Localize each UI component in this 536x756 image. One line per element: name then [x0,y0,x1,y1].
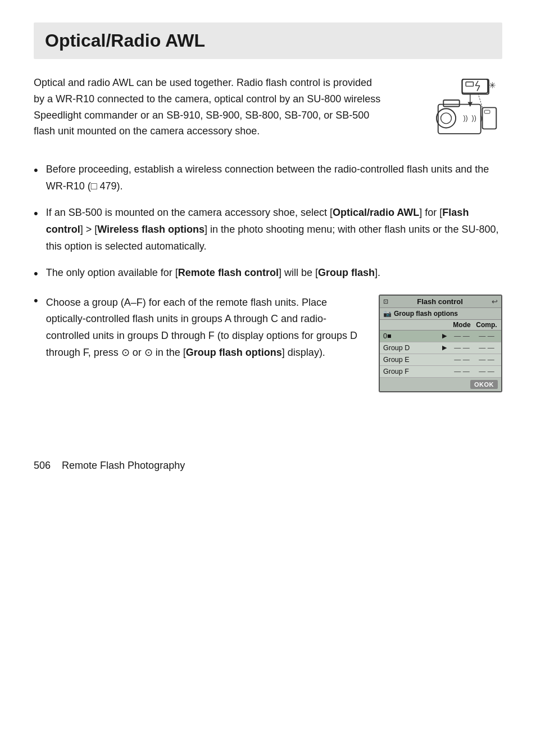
row-0-mode: — — [448,332,475,340]
svg-text:)): )) [463,114,467,122]
row-0-label: 0■ [383,332,440,340]
camera-screen-header: ⊡ Flash control ↩ [380,296,501,308]
svg-line-2 [475,81,478,86]
col-label-spacer [393,321,448,329]
ok-button: OKOK [470,380,498,389]
camera-screen-subheader: 📷 Group flash options [380,308,501,320]
last-bullet-content: Choose a group (A–F) for each of the rem… [46,295,502,392]
page-title: Optical/Radio AWL [34,22,502,59]
bullet-3-content: The only option available for [Remote fl… [46,265,502,282]
back-icon: ↩ [492,297,498,306]
svg-rect-14 [484,110,490,114]
row-groupd-label: Group D [383,344,440,352]
col-mode-header: Mode [448,321,475,329]
row-groupf-mode: — — [448,368,475,375]
bullet-item-2: If an SB-500 is mounted on the camera ac… [34,205,502,255]
svg-point-8 [441,113,452,124]
flash-icon: ⊡ [383,298,388,305]
svg-rect-0 [462,79,489,94]
screen-footer: OKOK [380,378,501,391]
row-groupd-arrow: ▶ [440,344,448,351]
page-footer: 506 Remote Flash Photography [34,460,502,472]
intro-section: Optical and radio AWL can be used togeth… [34,75,502,148]
svg-point-7 [437,108,456,128]
svg-text:)): )) [472,114,476,122]
screen-row-groupe: Group E — — — — [380,354,501,366]
last-bullet-text: Choose a group (A–F) for each of the rem… [46,295,365,361]
svg-rect-1 [466,82,473,87]
row-groupe-label: Group E [383,356,440,364]
row-groupd-mode: — — [448,344,475,352]
row-groupf-label: Group F [383,368,440,375]
svg-rect-9 [443,100,460,106]
bullet-item-1: Before proceeding, establish a wireless … [34,161,502,194]
bullet-list: Before proceeding, establish a wireless … [34,161,502,284]
screen-row-groupf: Group F — — — — [380,366,501,378]
footer-section: Remote Flash Photography [62,460,185,472]
row-groupe-mode: — — [448,356,475,364]
bold-group-flash-options: Group flash options [186,347,282,358]
svg-text:✳: ✳ [489,80,496,90]
row-groupe-comp: — — [475,356,498,364]
row-groupd-comp: — — [475,344,498,352]
screen-sub-title: Group flash options [394,310,458,318]
intro-text: Optical and radio AWL can be used togeth… [34,75,384,139]
bold-wireless-flash-options: Wireless flash options [97,224,205,235]
screen-row-groupd: Group D ▶ — — — — [380,342,501,354]
bullet-item-3: The only option available for [Remote fl… [34,265,502,284]
or-text: or [133,347,142,358]
svg-line-4 [477,85,480,91]
col-comp-header: Comp. [475,321,498,329]
bullet-2-content: If an SB-500 is mounted on the camera ac… [46,205,502,255]
col-arrow-spacer [383,321,393,329]
camera-screen: ⊡ Flash control ↩ 📷 Group flash options … [379,295,502,392]
row-0-arrow: ▶ [440,332,448,339]
screen-columns: Mode Comp. [380,320,501,331]
last-bullet-row: Choose a group (A–F) for each of the rem… [34,295,502,392]
row-groupf-comp: — — [475,368,498,375]
camera-diagram: )) )) ) ✳ [390,75,502,148]
screen-row-0: 0■ ▶ — — — — [380,331,501,342]
bold-group-flash: Group flash [318,267,375,278]
screen-header-title: Flash control [417,297,463,306]
bullet-1-content: Before proceeding, establish a wireless … [46,161,502,194]
page-number: 506 [34,460,51,472]
camera-icon: 📷 [383,310,392,318]
row-0-comp: — — [475,332,498,340]
bold-optical-radio-awl: Optical/radio AWL [333,207,419,218]
bold-remote-flash-control: Remote flash control [178,267,279,278]
